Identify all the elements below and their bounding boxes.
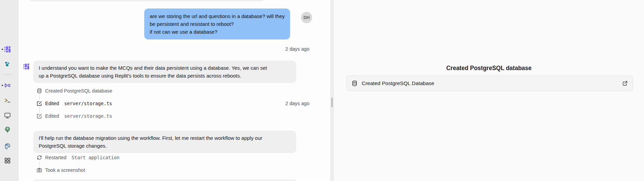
sidebar-item-webview[interactable]: [2, 125, 13, 135]
agent-steps-list: Created PostgreSQL database Editedserver…: [37, 87, 112, 119]
agent-avatar-icon: [23, 63, 30, 70]
rail-divider: [3, 75, 12, 75]
step-label: Restarted: [45, 155, 67, 160]
step-edited-file[interactable]: Editedserver/storage.ts: [37, 100, 112, 107]
chat-scrollbar-thumb[interactable]: [331, 98, 333, 107]
agent-message-line: PostgreSQL storage changes.: [39, 142, 291, 150]
database-icon: [352, 80, 358, 86]
user-message-line: be persistent and resistant to reboot?: [150, 20, 285, 28]
step-label: Took a screenshot: [45, 167, 85, 173]
postgresql-icon: [4, 143, 11, 150]
database-icon: [37, 88, 42, 94]
previous-message-partial: [30, 0, 264, 1]
tool-rail: [0, 0, 19, 181]
sidebar-item-workflows[interactable]: [2, 80, 13, 90]
created-database-card[interactable]: Created PostgreSQL Database: [346, 76, 633, 91]
card-label: Created PostgreSQL Database: [362, 80, 618, 86]
message-timestamp: 2 days ago: [285, 101, 309, 106]
step-label: Edited: [45, 101, 59, 106]
panel-title: Created PostgreSQL database: [334, 65, 644, 72]
sidebar-item-postgresql[interactable]: [2, 141, 13, 151]
step-label: Edited: [45, 113, 59, 119]
step-connector: [39, 95, 40, 99]
edit-icon: [37, 101, 42, 106]
step-label: Created PostgreSQL database: [45, 88, 112, 94]
edit-icon: [37, 113, 42, 119]
grid-icon: [4, 157, 11, 164]
user-avatar: DH: [301, 12, 312, 23]
agent-message-bubble: I understand you want to make the MCQs a…: [33, 61, 296, 83]
sidebar-item-shell[interactable]: [2, 95, 13, 105]
agent-steps-list: RestartedStart application Took a screen…: [37, 154, 119, 174]
assistant-icon: [4, 60, 11, 68]
step-file-path: server/storage.ts: [64, 113, 112, 119]
agent-icon: [4, 46, 11, 53]
agent-message-bubble: I'll help run the database migration usi…: [33, 131, 296, 153]
panel-resize-handle[interactable]: [330, 0, 334, 181]
agent-message-line: up a PostgreSQL database using Replit's …: [39, 72, 291, 80]
user-message-bubble: are we storing the url and questions in …: [144, 9, 290, 39]
globe-icon: [4, 126, 11, 133]
user-message-line: are we storing the url and questions in …: [150, 12, 285, 20]
message-timestamp: 2 days ago: [285, 46, 309, 52]
step-connector: [39, 162, 40, 166]
step-created-database[interactable]: Created PostgreSQL database: [37, 87, 112, 94]
step-connector: [39, 108, 40, 112]
external-link-icon[interactable]: [622, 80, 628, 86]
sidebar-item-agent[interactable]: [2, 44, 13, 54]
step-edited-file[interactable]: Editedserver/storage.ts: [37, 113, 112, 119]
step-restarted-workflow[interactable]: RestartedStart application: [37, 154, 119, 161]
agent-message-line: I'll help run the database migration usi…: [39, 134, 291, 142]
shell-icon: [4, 97, 11, 104]
sidebar-item-all-tools[interactable]: [2, 155, 13, 166]
sidebar-item-assistant[interactable]: [2, 59, 13, 69]
next-message-partial: [33, 180, 296, 181]
refresh-icon: [37, 155, 42, 160]
sidebar-item-output[interactable]: [2, 110, 13, 120]
console-workflow-icon: [4, 82, 11, 89]
agent-message-line: I understand you want to make the MCQs a…: [39, 64, 291, 72]
step-file-path: server/storage.ts: [64, 101, 112, 106]
monitor-icon: [4, 112, 11, 119]
agent-chat-panel: are we storing the url and questions in …: [19, 0, 330, 181]
step-workflow-name: Start application: [72, 155, 119, 160]
user-message-line: if not can we use a database?: [150, 28, 285, 36]
tool-detail-panel: Created PostgreSQL database Created Post…: [334, 0, 644, 181]
camera-icon: [37, 167, 42, 173]
step-took-screenshot[interactable]: Took a screenshot: [37, 167, 119, 174]
